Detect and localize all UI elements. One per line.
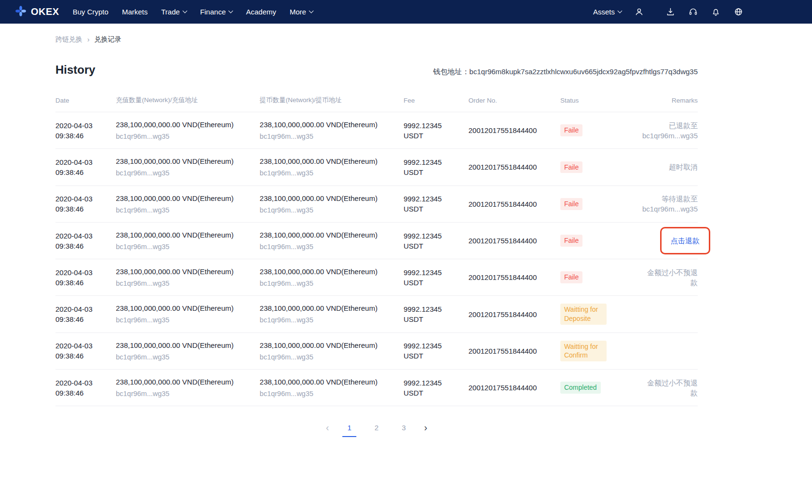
deposit-amount: 238,100,000,000.00 VND(Ethereum) — [116, 193, 251, 203]
remark-text: 已退款至 — [640, 120, 698, 131]
fee-amount: 9992.12345 — [404, 378, 460, 388]
remarks-cell: 金额过小不预退款 — [640, 370, 698, 406]
fee-cell: 9992.12345 USDT — [404, 332, 469, 369]
withdraw-address: bc1qr96m...wg35 — [260, 279, 395, 288]
table-row: 2020-04-03 09:38:46 238,100,000,000.00 V… — [55, 259, 698, 296]
fee-cell: 9992.12345 USDT — [404, 296, 469, 332]
fee-amount: 9992.12345 — [404, 194, 460, 204]
next-page-button[interactable]: › — [424, 423, 428, 432]
deposit-address: bc1qr96m...wg35 — [116, 132, 251, 141]
order-no-cell: 20012017551844400 — [468, 222, 560, 259]
deposit-address: bc1qr96m...wg35 — [116, 168, 251, 178]
fee-amount: 9992.12345 — [404, 120, 460, 131]
nav-item-trade[interactable]: Trade — [161, 8, 187, 16]
withdraw-address: bc1qr96m...wg35 — [260, 168, 395, 178]
wallet-address-label: 钱包地址： — [433, 67, 469, 76]
withdraw-amount: 238,100,000,000.00 VND(Ethereum) — [260, 340, 395, 350]
date-cell: 2020-04-03 09:38:46 — [55, 186, 116, 222]
breadcrumb-item-cross-chain[interactable]: 跨链兑换 — [55, 35, 82, 44]
deposit-cell: 238,100,000,000.00 VND(Ethereum) bc1qr96… — [116, 112, 259, 149]
status-cell: Completed — [560, 370, 640, 406]
status-badge: Waitting for Deposite — [560, 304, 607, 325]
fee-currency: USDT — [404, 167, 460, 177]
time-value: 09:38:46 — [55, 278, 107, 288]
deposit-cell: 238,100,000,000.00 VND(Ethereum) bc1qr96… — [116, 259, 259, 296]
fee-amount: 9992.12345 — [404, 231, 460, 241]
nav-assets-menu[interactable]: Assets — [593, 8, 622, 16]
deposit-address: bc1qr96m...wg35 — [116, 352, 251, 362]
page-number-3[interactable]: 3 — [397, 424, 410, 437]
nav-item-more[interactable]: More — [290, 8, 313, 16]
bell-icon[interactable] — [711, 7, 721, 17]
status-cell: Waitting for Confirm — [560, 332, 640, 369]
remark-text: 金额过小不预退款 — [640, 267, 698, 288]
refund-highlight-box: 点击退款 — [660, 227, 710, 254]
remarks-cell — [640, 296, 698, 332]
top-navbar: OKEX Buy Crypto Markets Trade Finance Ac… — [0, 0, 812, 24]
deposit-address: bc1qr96m...wg35 — [116, 205, 251, 215]
download-icon[interactable] — [665, 7, 676, 17]
user-icon[interactable] — [634, 7, 644, 17]
order-no-cell: 20012017551844400 — [468, 112, 560, 149]
order-no-value: 20012017551844400 — [468, 236, 551, 246]
page-number-1[interactable]: 1 — [342, 424, 356, 437]
withdraw-address: bc1qr96m...wg35 — [260, 132, 395, 141]
history-table: Date 充值数量(Network)/充值地址 提币数量(Network)/提币… — [55, 92, 698, 406]
date-value: 2020-04-03 — [55, 157, 107, 167]
withdraw-amount: 238,100,000,000.00 VND(Ethereum) — [260, 119, 395, 130]
deposit-amount: 238,100,000,000.00 VND(Ethereum) — [116, 266, 251, 277]
deposit-address: bc1qr96m...wg35 — [116, 242, 251, 252]
order-no-value: 20012017551844400 — [468, 162, 551, 172]
nav-item-markets[interactable]: Markets — [122, 8, 148, 16]
chevron-down-icon — [182, 9, 187, 13]
status-badge: Completed — [560, 382, 601, 394]
col-header-order-no: Order No. — [468, 92, 560, 112]
col-header-withdraw: 提币数量(Network)/提币地址 — [260, 92, 404, 112]
order-no-value: 20012017551844400 — [468, 272, 551, 282]
withdraw-cell: 238,100,000,000.00 VND(Ethereum) bc1qr96… — [260, 296, 404, 332]
status-cell: Faile — [560, 112, 640, 149]
okex-logo[interactable]: OKEX — [14, 5, 59, 19]
nav-item-finance[interactable]: Finance — [200, 8, 232, 16]
withdraw-cell: 238,100,000,000.00 VND(Ethereum) bc1qr96… — [260, 186, 404, 222]
nav-item-buy-crypto[interactable]: Buy Crypto — [73, 8, 108, 16]
fee-cell: 9992.12345 USDT — [404, 149, 469, 186]
date-value: 2020-04-03 — [55, 194, 107, 204]
date-value: 2020-04-03 — [55, 341, 107, 351]
status-cell: Waitting for Deposite — [560, 296, 640, 332]
col-header-deposit: 充值数量(Network)/充值地址 — [116, 92, 259, 112]
date-cell: 2020-04-03 09:38:46 — [55, 112, 116, 149]
order-no-cell: 20012017551844400 — [468, 332, 560, 369]
page-number-2[interactable]: 2 — [370, 424, 383, 437]
order-no-cell: 20012017551844400 — [468, 259, 560, 296]
fee-currency: USDT — [404, 351, 460, 361]
withdraw-amount: 238,100,000,000.00 VND(Ethereum) — [260, 230, 395, 240]
globe-icon[interactable] — [733, 7, 744, 17]
status-badge: Faile — [560, 124, 582, 136]
order-no-value: 20012017551844400 — [468, 309, 551, 319]
withdraw-amount: 238,100,000,000.00 VND(Ethereum) — [260, 266, 395, 277]
date-cell: 2020-04-03 09:38:46 — [55, 370, 116, 406]
deposit-cell: 238,100,000,000.00 VND(Ethereum) bc1qr96… — [116, 186, 259, 222]
withdraw-address: bc1qr96m...wg35 — [260, 315, 395, 325]
refund-link[interactable]: 点击退款 — [671, 237, 700, 245]
status-badge: Faile — [560, 271, 582, 283]
status-badge: Waitting for Confirm — [560, 341, 607, 362]
deposit-cell: 238,100,000,000.00 VND(Ethereum) bc1qr96… — [116, 296, 259, 332]
nav-item-academy[interactable]: Academy — [246, 8, 276, 16]
order-no-value: 20012017551844400 — [468, 346, 551, 356]
table-row: 2020-04-03 09:38:46 238,100,000,000.00 V… — [55, 370, 698, 406]
prev-page-button[interactable]: ‹ — [326, 423, 329, 432]
col-header-remarks: Remarks — [640, 92, 698, 112]
headset-icon[interactable] — [688, 7, 698, 17]
fee-currency: USDT — [404, 204, 460, 214]
order-no-value: 20012017551844400 — [468, 125, 551, 135]
chevron-down-icon — [618, 9, 623, 13]
status-cell: Faile — [560, 259, 640, 296]
deposit-amount: 238,100,000,000.00 VND(Ethereum) — [116, 303, 251, 313]
fee-currency: USDT — [404, 131, 460, 141]
fee-cell: 9992.12345 USDT — [404, 222, 469, 259]
chevron-down-icon — [229, 9, 233, 13]
status-cell: Faile — [560, 186, 640, 222]
remark-text: 金额过小不预退款 — [640, 378, 698, 398]
